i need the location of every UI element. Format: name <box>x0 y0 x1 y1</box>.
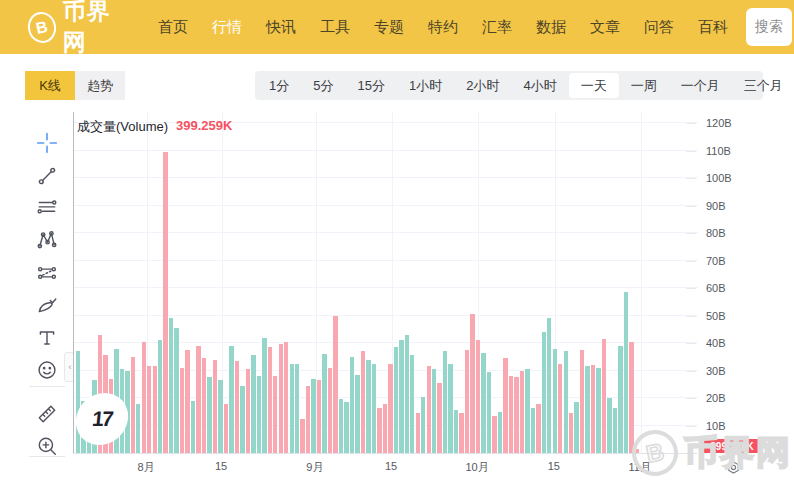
volume-bar <box>163 152 167 453</box>
volume-bar <box>355 375 359 453</box>
volume-bar <box>322 354 326 453</box>
volume-bar <box>136 404 140 454</box>
interval-4小时[interactable]: 4小时 <box>511 73 568 98</box>
brush-icon[interactable] <box>33 291 61 319</box>
volume-bar <box>284 342 288 453</box>
volume-bar <box>317 380 321 453</box>
view-tab-趋势[interactable]: 趋势 <box>75 71 125 100</box>
interval-三个月[interactable]: 三个月 <box>732 73 794 98</box>
volume-bar <box>76 351 80 453</box>
view-tabs: K线趋势 <box>25 71 125 100</box>
crosshair-icon[interactable] <box>33 129 61 157</box>
volume-bar <box>185 350 189 453</box>
interval-1小时[interactable]: 1小时 <box>397 73 454 98</box>
nav-item-百科[interactable]: 百科 <box>698 18 728 37</box>
volume-bar <box>180 368 184 453</box>
interval-5分[interactable]: 5分 <box>301 73 345 98</box>
volume-bar <box>290 364 294 453</box>
volume-bar <box>618 346 622 453</box>
price-axis-label: 100B <box>706 172 732 184</box>
interval-1分[interactable]: 1分 <box>257 73 301 98</box>
fib-lines-icon[interactable] <box>33 194 61 222</box>
search-button[interactable]: 搜索 <box>746 8 792 46</box>
volume-bar <box>300 419 304 453</box>
nav-item-专题[interactable]: 专题 <box>374 18 404 37</box>
price-axis-label: 50B <box>706 310 726 322</box>
interval-2小时[interactable]: 2小时 <box>454 73 511 98</box>
ruler-icon[interactable] <box>33 400 61 428</box>
axis-tick <box>686 123 696 124</box>
text-icon[interactable] <box>33 324 61 352</box>
volume-bar <box>131 357 135 453</box>
time-axis-label: 15 <box>215 460 227 472</box>
nav-item-汇率[interactable]: 汇率 <box>482 18 512 37</box>
volume-bar <box>432 369 436 453</box>
volume-bar <box>459 413 463 453</box>
time-axis-label: 9月 <box>306 460 323 475</box>
interval-selector: 1分5分15分1小时2小时4小时一天一周一个月三个月 <box>255 71 763 100</box>
axis-settings-gear-icon[interactable] <box>723 457 743 477</box>
volume-bar <box>421 397 425 453</box>
price-axis-label: 40B <box>706 337 726 349</box>
page: B 币界网 首页行情快讯工具专题特约汇率数据文章问答百科导航 搜索 K线趋势 1… <box>0 0 794 487</box>
interval-一周[interactable]: 一周 <box>619 73 669 98</box>
time-axis[interactable]: 8月159月1510月1511月 <box>73 453 697 480</box>
time-axis-label: 15 <box>548 460 560 472</box>
interval-15分[interactable]: 15分 <box>345 73 396 98</box>
volume-bar <box>361 351 365 453</box>
nav-item-问答[interactable]: 问答 <box>644 18 674 37</box>
axis-tick <box>686 233 696 234</box>
volume-bar <box>383 404 387 454</box>
volume-bar <box>465 350 469 453</box>
volume-bar <box>246 369 250 453</box>
xabcd-pattern-icon[interactable] <box>33 226 61 254</box>
trend-line-icon[interactable] <box>33 162 61 190</box>
nav-item-首页[interactable]: 首页 <box>158 18 188 37</box>
view-tab-K线[interactable]: K线 <box>25 71 75 100</box>
chart-legend: 成交量(Volume) 399.259K <box>77 118 232 136</box>
interval-一天[interactable]: 一天 <box>569 73 619 98</box>
volume-chart[interactable]: 17 成交量(Volume) 399.259K <box>73 112 698 453</box>
nav-item-特约[interactable]: 特约 <box>428 18 458 37</box>
volume-bar <box>240 386 244 453</box>
volume-bar <box>427 366 431 453</box>
legend-current-value: 399.259K <box>176 118 232 136</box>
axis-tick <box>686 261 696 262</box>
emoji-icon[interactable] <box>33 356 61 384</box>
volume-bar <box>514 377 518 453</box>
gridline-v <box>641 112 642 453</box>
time-axis-label: 15 <box>385 460 397 472</box>
volume-bar <box>153 366 157 453</box>
nav-item-工具[interactable]: 工具 <box>320 18 350 37</box>
price-axis-label: 80B <box>706 227 726 239</box>
nav-item-行情[interactable]: 行情 <box>212 18 242 37</box>
nav-item-快讯[interactable]: 快讯 <box>266 18 296 37</box>
volume-bar <box>350 357 354 453</box>
price-axis-label: 90B <box>706 200 726 212</box>
projection-icon[interactable] <box>33 259 61 287</box>
volume-bar <box>279 344 283 453</box>
volume-bar <box>142 342 146 453</box>
interval-一个月[interactable]: 一个月 <box>669 73 732 98</box>
last-value-badge: 399.259K <box>702 439 762 453</box>
nav-item-数据[interactable]: 数据 <box>536 18 566 37</box>
axis-tick <box>686 371 696 372</box>
site-logo[interactable]: B 币界网 <box>28 0 126 58</box>
volume-bar <box>218 380 222 453</box>
axis-tick <box>686 343 696 344</box>
axis-tick <box>686 206 696 207</box>
volume-bar <box>268 347 272 453</box>
volume-bar <box>410 355 414 453</box>
volume-bar <box>306 386 310 453</box>
volume-bar <box>487 372 491 453</box>
nav-item-文章[interactable]: 文章 <box>590 18 620 37</box>
axis-tick <box>686 426 696 427</box>
volume-bar <box>531 408 535 453</box>
price-axis[interactable]: 120B110B100B90B80B70B60B50B40B30B20B10B <box>698 112 794 453</box>
price-axis-label: 70B <box>706 255 726 267</box>
volume-bar <box>596 368 600 453</box>
volume-bar <box>328 368 332 453</box>
volume-bar <box>333 316 337 454</box>
price-axis-label: 30B <box>706 365 726 377</box>
axis-tick <box>686 398 696 399</box>
